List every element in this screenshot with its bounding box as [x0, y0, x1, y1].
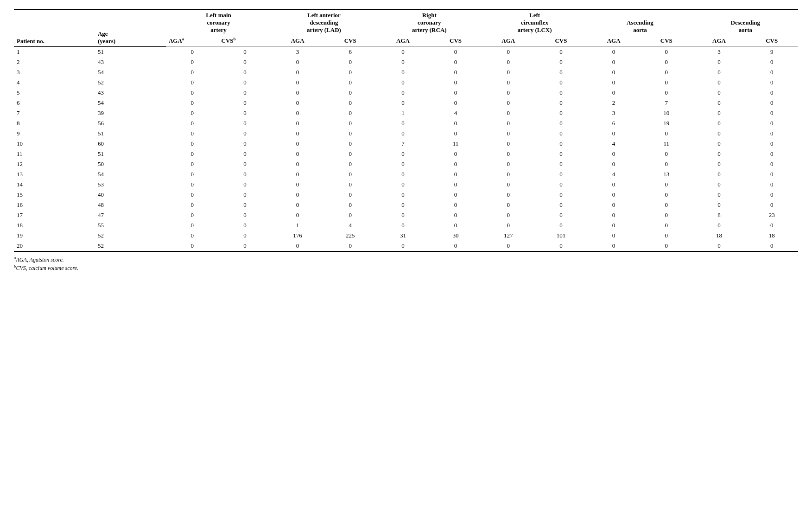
- cell-value: 0: [324, 210, 377, 220]
- cell-value: 0: [166, 190, 219, 200]
- cell-value: 0: [482, 241, 535, 251]
- cell-value: 0: [745, 220, 798, 231]
- cell-value: 0: [271, 88, 324, 98]
- cell-value: 0: [377, 57, 430, 67]
- cell-age: 56: [95, 118, 166, 128]
- cell-value: 0: [535, 149, 588, 159]
- cell-value: 0: [271, 169, 324, 179]
- cell-value: 0: [377, 118, 430, 128]
- cell-value: 0: [640, 241, 693, 251]
- cell-value: 0: [166, 139, 219, 149]
- cell-value: 0: [166, 200, 219, 210]
- cell-value: 0: [587, 47, 640, 58]
- cell-patient: 18: [14, 220, 95, 231]
- cell-age: 55: [95, 220, 166, 231]
- cell-value: 0: [271, 67, 324, 77]
- cell-value: 0: [482, 220, 535, 231]
- cell-value: 0: [429, 118, 482, 128]
- cell-age: 43: [95, 57, 166, 67]
- table-row: 1648000000000000: [14, 200, 798, 210]
- cell-value: 0: [166, 67, 219, 77]
- cell-value: 0: [166, 179, 219, 190]
- cell-value: 0: [587, 200, 640, 210]
- cell-value: 0: [271, 128, 324, 139]
- cell-value: 19: [640, 118, 693, 128]
- cell-patient: 8: [14, 118, 95, 128]
- cell-age: 51: [95, 47, 166, 58]
- cell-patient: 19: [14, 231, 95, 241]
- cell-value: 0: [324, 98, 377, 108]
- table-row: 354000000000000: [14, 67, 798, 77]
- cell-patient: 7: [14, 108, 95, 118]
- cell-value: 0: [377, 200, 430, 210]
- cell-value: 0: [745, 149, 798, 159]
- cell-value: 0: [535, 241, 588, 251]
- cell-value: 0: [377, 128, 430, 139]
- subheader-rca-aga: AGA: [377, 35, 430, 47]
- cell-value: 0: [429, 149, 482, 159]
- cell-value: 7: [377, 139, 430, 149]
- cell-value: 0: [429, 169, 482, 179]
- cell-value: 0: [166, 220, 219, 231]
- cell-value: 0: [745, 190, 798, 200]
- subheader-lad-cvs: CVS: [324, 35, 377, 47]
- cell-value: 0: [482, 118, 535, 128]
- cell-value: 0: [745, 200, 798, 210]
- cell-value: 0: [166, 88, 219, 98]
- cell-value: 0: [219, 190, 272, 200]
- footnote-aga: aAGA, Agatston score.: [14, 256, 798, 263]
- cell-value: 0: [377, 241, 430, 251]
- cell-value: 0: [324, 67, 377, 77]
- cell-value: 0: [745, 179, 798, 190]
- table-row: 1855001400000000: [14, 220, 798, 231]
- cell-value: 0: [219, 220, 272, 231]
- cell-value: 3: [587, 108, 640, 118]
- cell-value: 0: [693, 67, 746, 77]
- col-header-ascending: Ascendingaorta: [587, 10, 692, 35]
- cell-value: 0: [271, 57, 324, 67]
- cell-value: 0: [166, 108, 219, 118]
- cell-value: 0: [324, 159, 377, 169]
- cell-value: 0: [219, 47, 272, 58]
- cell-value: 0: [482, 128, 535, 139]
- table-row: 1453000000000000: [14, 179, 798, 190]
- cell-value: 0: [429, 220, 482, 231]
- table-row: 243000000000000: [14, 57, 798, 67]
- cell-value: 0: [324, 169, 377, 179]
- cell-value: 0: [219, 139, 272, 149]
- cell-patient: 4: [14, 77, 95, 88]
- cell-value: 13: [640, 169, 693, 179]
- cell-patient: 10: [14, 139, 95, 149]
- cell-value: 0: [429, 179, 482, 190]
- cell-value: 0: [693, 190, 746, 200]
- cell-value: 0: [745, 77, 798, 88]
- cell-value: 0: [640, 220, 693, 231]
- cell-value: 0: [640, 210, 693, 220]
- cell-value: 0: [640, 47, 693, 58]
- cell-value: 2: [587, 98, 640, 108]
- col-header-rca: Rightcoronaryartery (RCA): [377, 10, 482, 35]
- cell-value: 0: [219, 118, 272, 128]
- cell-value: 0: [219, 210, 272, 220]
- cell-patient: 3: [14, 67, 95, 77]
- cell-value: 0: [377, 159, 430, 169]
- cell-value: 0: [693, 220, 746, 231]
- cell-value: 0: [166, 241, 219, 251]
- subheader-lm-cvs: CVSb: [219, 35, 272, 47]
- cell-value: 0: [640, 88, 693, 98]
- cell-value: 0: [377, 220, 430, 231]
- cell-value: 0: [482, 179, 535, 190]
- subheader-lm-aga: AGAa: [166, 35, 219, 47]
- cell-value: 0: [535, 179, 588, 190]
- col-header-lcx: Leftcircumflexartery (LCX): [482, 10, 587, 35]
- cell-value: 0: [429, 47, 482, 58]
- cell-value: 0: [745, 57, 798, 67]
- cell-value: 0: [693, 200, 746, 210]
- cell-value: 0: [482, 159, 535, 169]
- cell-age: 50: [95, 159, 166, 169]
- cell-value: 0: [693, 159, 746, 169]
- cell-value: 0: [535, 98, 588, 108]
- subheader-lcx-cvs: CVS: [535, 35, 588, 47]
- cell-value: 0: [482, 77, 535, 88]
- cell-value: 0: [377, 169, 430, 179]
